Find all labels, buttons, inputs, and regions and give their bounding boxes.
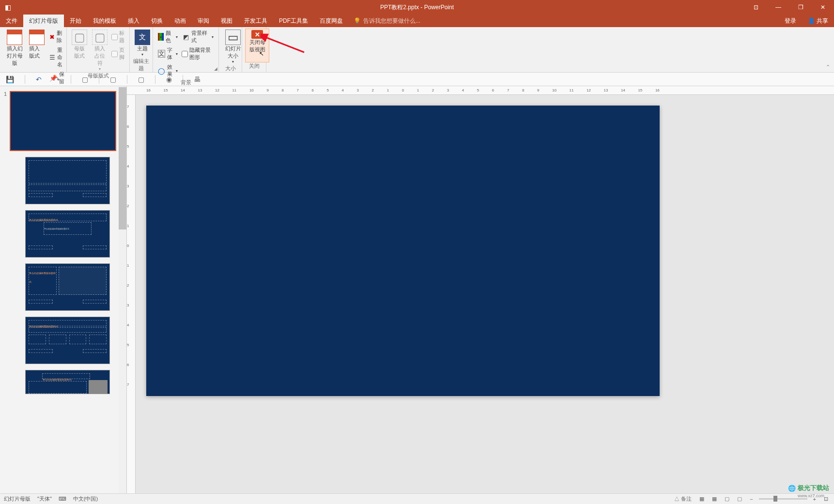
delete-label: 删除 [57,30,64,44]
colors-icon: ▪ [158,33,164,41]
view-slideshow-button[interactable]: ▢ [735,495,744,503]
zoom-out-button[interactable]: − [748,495,755,503]
vertical-ruler: 765432101234567 [127,95,136,493]
tab-developer[interactable]: 开发工具 [238,15,273,27]
watermark-logo: 🌐 极光下载站 [788,484,829,492]
login-button[interactable]: 登录 [779,15,802,27]
themes-button[interactable]: 文 主题 ▾ [133,29,152,58]
title-checkbox-label: 标题 [119,30,125,44]
tab-animations[interactable]: 动画 [169,15,192,27]
colors-button[interactable]: ▪ 颜色 ▾ [156,29,180,45]
dropdown-icon: ▾ [212,35,214,39]
master-thumbnail-1[interactable] [10,91,116,151]
app-icon: ◧ [5,3,11,11]
horizontal-ruler: 1615141312111098765432101234567891011121… [127,86,834,95]
themes-icon: 文 [135,30,150,45]
layout-thumbnail-1[interactable] [25,157,110,204]
preserve-button[interactable]: 📌 保留 [47,70,66,86]
dropdown-icon: ▾ [141,52,143,57]
collapse-ribbon-button[interactable]: ⌃ [822,62,834,72]
separator [127,75,127,84]
status-font: "天体" [37,495,52,503]
tab-baidu-disk[interactable]: 百度网盘 [314,15,349,27]
thumbnail-scrollbar[interactable] [119,86,126,493]
share-icon: 👤 [808,17,815,24]
hide-bg-label: 隐藏背景图形 [189,46,215,61]
close-group-label: 关闭 [245,62,263,71]
ribbon-display-options-button[interactable]: ⊡ [745,0,767,15]
slide-canvas[interactable] [146,106,660,396]
insert-layout-button[interactable]: 插入版式 [27,29,46,86]
insert-slide-master-button[interactable]: 插入幻灯片母版 [3,29,26,86]
fonts-button[interactable]: 文 字体 ▾ [156,46,180,62]
separator [155,75,155,84]
footers-checkbox-label: 页脚 [119,46,125,61]
share-button[interactable]: 👤 共享 [802,15,834,27]
slide-size-button[interactable]: ▭ 幻灯片大小 ▾ [222,29,244,65]
layout-title-text: 单击此处编辑母版标题样式 [29,325,58,328]
tab-slide-master[interactable]: 幻灯片母版 [23,15,64,27]
view-sorter-button[interactable]: ▦ [710,495,719,503]
globe-icon: 🌐 [788,485,796,492]
footers-checkbox[interactable]: 页脚 [110,46,126,62]
bg-styles-icon: ◩ [183,33,189,41]
delete-icon: ✖ [49,33,55,41]
tell-me-search[interactable]: 💡 告诉我您想要做什么... [349,15,425,27]
tab-home[interactable]: 开始 [64,15,87,27]
layout-thumbnail-4[interactable]: 单击此处编辑母版标题样式 [25,317,110,364]
view-reading-button[interactable]: ▢ [723,495,731,503]
slide-size-label: 幻灯片大小 [224,45,242,60]
effects-button[interactable]: ◯ 效果 ▾ [156,62,180,79]
slide-size-icon: ▭ [225,30,241,45]
qat-table-button[interactable]: ▢ [136,75,146,84]
dropdown-icon: ▾ [99,67,101,71]
colors-label: 颜色 [166,30,174,44]
edit-theme-group-label: 编辑主题 [133,58,150,73]
layout-thumbnail-5[interactable]: 单击此处编辑母版标题样式 [25,370,110,394]
minimize-button[interactable]: — [767,0,789,15]
insert-placeholder-button[interactable]: ▢ 插入占位符 ▾ [90,29,109,72]
preserve-label: 保留 [59,71,64,85]
layout-title-text: 单击此处编辑母版标题样式 [29,272,56,283]
background-styles-button[interactable]: ◩ 背景样式 ▾ [181,29,216,45]
effects-icon: ◯ [158,67,165,75]
layout-thumbnail-2[interactable]: 单击此处编辑母版标题样式 单击此处编辑母版副标题样式 [25,210,110,258]
rename-button[interactable]: ☰ 重命名 [47,46,66,69]
delete-button[interactable]: ✖ 删除 [47,29,66,45]
thumbnail-panel[interactable]: 1 单击此处编辑母版标题样式 单击此处编辑母版副标题样式 单击此处编辑母版标题样… [0,86,127,493]
dropdown-icon: ▾ [176,52,178,56]
window-title: PPT教程2.pptx - PowerPoint [380,3,454,12]
tab-insert[interactable]: 插入 [122,15,145,27]
tab-file[interactable]: 文件 [0,15,23,27]
lightbulb-icon: 💡 [354,17,361,24]
close-master-view-label: 关闭母版视图 [247,39,267,53]
view-normal-button[interactable]: ▦ [697,495,706,503]
tab-view[interactable]: 视图 [215,15,238,27]
rename-icon: ☰ [49,54,55,61]
dropdown-icon: ▾ [176,35,178,39]
close-window-button[interactable]: ✕ [812,0,834,15]
tab-my-templates[interactable]: 我的模板 [87,15,122,27]
restore-button[interactable]: ❐ [789,0,812,15]
lang-icon: ⌨ [59,496,66,502]
status-language[interactable]: 中文(中国) [73,495,98,503]
thumbnail-number: 1 [4,91,7,97]
background-dialog-launcher[interactable]: ◢ [214,66,217,71]
tab-transitions[interactable]: 切换 [145,15,169,27]
layout-icon [29,30,45,45]
master-layout-button[interactable]: ▢ 母版版式 [70,29,89,72]
effects-label: 效果 [167,63,174,78]
notes-button[interactable]: △ 备注 [672,494,694,504]
size-group-label: 大小 [222,65,239,73]
zoom-slider[interactable] [759,498,807,500]
tab-pdf-tools[interactable]: PDF工具集 [273,15,314,27]
hide-bg-graphics-checkbox[interactable]: 隐藏背景图形 [181,46,216,62]
tab-review[interactable]: 审阅 [192,15,215,27]
dropdown-icon: ▾ [232,60,234,64]
watermark-url: www.xz7.com [798,493,824,498]
title-checkbox[interactable]: 标题 [110,29,126,45]
layout-thumbnail-3[interactable]: 单击此处编辑母版标题样式 [25,263,110,311]
slide-canvas-area[interactable]: 1615141312111098765432101234567891011121… [127,86,834,493]
layout-sub-text: 单击此处编辑母版副标题样式 [44,228,69,230]
close-master-view-button[interactable]: ✕ 关闭母版视图 [245,29,269,62]
